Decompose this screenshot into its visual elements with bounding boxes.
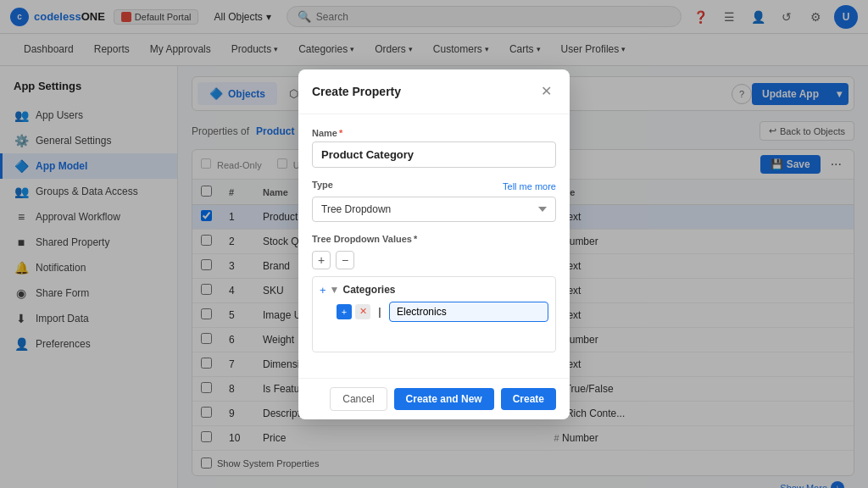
type-form-group: Type Tell me more Tree Dropdown [312, 180, 556, 222]
tree-area: + ▼ Categories + ✕ | [312, 276, 556, 352]
name-label: Name * [312, 128, 556, 138]
modal-close-button[interactable]: ✕ [536, 81, 556, 102]
tree-values-group: Tree Dropdown Values * + − + ▼ Categorie… [312, 234, 556, 352]
tree-add-button[interactable]: + [312, 251, 331, 269]
tree-node-arrow-icon: ▼ [330, 284, 340, 296]
tree-values-label: Tree Dropdown Values * [312, 234, 556, 244]
tree-child-electronics: + ✕ | [337, 302, 548, 322]
tree-node-categories: + ▼ Categories [320, 284, 548, 297]
modal-footer: Cancel Create and New Create [298, 378, 570, 419]
type-select[interactable]: Tree Dropdown [312, 197, 556, 222]
type-label: Type [312, 180, 333, 190]
modal-header: Create Property ✕ [298, 69, 570, 114]
modal-overlay: Create Property ✕ Name * Type Tell me mo… [0, 0, 868, 488]
tree-child-delete-button[interactable]: ✕ [355, 304, 370, 319]
cursor-indicator: | [374, 303, 386, 320]
tree-node-add-icon[interactable]: + [320, 284, 326, 297]
name-input[interactable] [312, 141, 556, 168]
name-form-group: Name * [312, 128, 556, 168]
tree-child-input[interactable] [389, 302, 548, 322]
create-property-modal: Create Property ✕ Name * Type Tell me mo… [298, 69, 570, 419]
tell-me-more-link[interactable]: Tell me more [503, 181, 556, 191]
tree-remove-button[interactable]: − [336, 251, 354, 269]
tree-child-add-button[interactable]: + [337, 304, 352, 319]
tree-node-label: Categories [342, 284, 395, 296]
type-row: Type Tell me more [312, 180, 556, 193]
create-and-new-button[interactable]: Create and New [394, 388, 494, 410]
modal-title: Create Property [312, 85, 401, 98]
tree-toolbar: + − [312, 251, 556, 269]
cancel-button[interactable]: Cancel [330, 387, 387, 411]
create-button[interactable]: Create [501, 388, 556, 410]
modal-body: Name * Type Tell me more Tree Dropdown T… [298, 114, 570, 378]
